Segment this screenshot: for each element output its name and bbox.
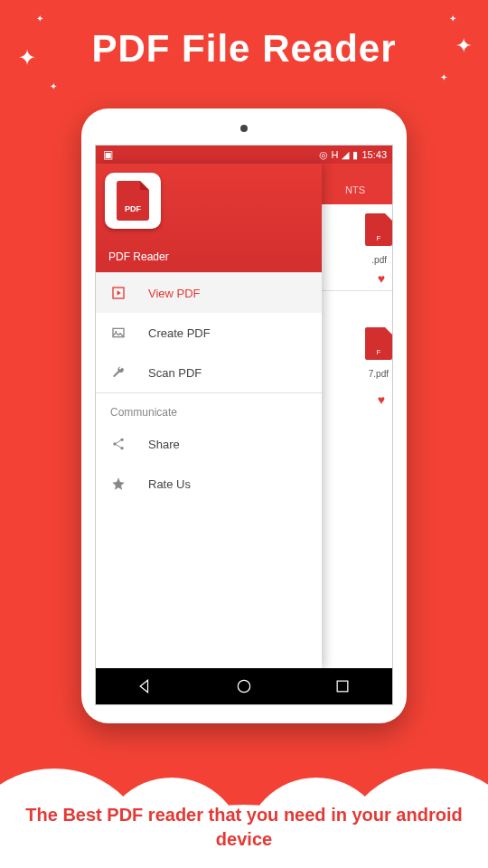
drawer-item-label: Scan PDF	[148, 366, 202, 380]
battery-icon: ▮	[352, 149, 358, 161]
tablet-frame: ▣ ◎ H ◢ ▮ 15:43 NTS F .pdf ♥ F 7.pdf ♥	[81, 108, 407, 723]
sparkle-icon: ✦	[455, 34, 472, 58]
sparkle-icon: ✦	[449, 14, 456, 24]
promo-subtitle: The Best PDF reader that you need in you…	[0, 803, 488, 852]
app-logo: PDF	[105, 173, 161, 229]
pdf-icon: PDF	[117, 181, 149, 221]
play-icon	[110, 286, 127, 300]
drawer-item-create-pdf[interactable]: Create PDF	[96, 313, 322, 353]
android-nav-bar	[96, 668, 392, 704]
sparkle-icon: ✦	[50, 81, 57, 91]
signal-icon: ◢	[342, 149, 349, 161]
image-icon	[110, 326, 127, 340]
sparkle-icon: ✦	[18, 45, 36, 71]
sparkle-icon: ✦	[36, 14, 43, 24]
heart-icon[interactable]: ♥	[378, 271, 385, 286]
tab-partial[interactable]: NTS	[345, 184, 365, 195]
drawer-title: PDF Reader	[108, 250, 169, 263]
device-screen: ▣ ◎ H ◢ ▮ 15:43 NTS F .pdf ♥ F 7.pdf ♥	[95, 145, 393, 705]
status-bar: ▣ ◎ H ◢ ▮ 15:43	[96, 146, 392, 164]
navigation-drawer: PDF PDF Reader View PDF Create PDF	[96, 164, 322, 668]
svg-point-4	[113, 442, 116, 445]
drawer-item-rate-us[interactable]: Rate Us	[96, 464, 322, 504]
file-name: .pdf	[371, 255, 387, 265]
share-icon	[110, 437, 127, 451]
sparkle-icon: ✦	[440, 72, 447, 82]
drawer-item-view-pdf[interactable]: View PDF	[96, 273, 322, 313]
drawer-item-scan-pdf[interactable]: Scan PDF	[96, 353, 322, 392]
svg-point-3	[120, 439, 123, 441]
svg-rect-7	[337, 681, 348, 692]
drawer-item-label: View PDF	[148, 287, 201, 300]
drawer-item-label: Rate Us	[148, 477, 191, 491]
back-button[interactable]	[136, 677, 155, 695]
tablet-camera	[240, 125, 248, 132]
star-icon	[110, 476, 127, 491]
pdf-file-icon: F	[365, 213, 392, 246]
heart-icon[interactable]: ♥	[378, 392, 385, 407]
file-name: 7.pdf	[369, 369, 389, 379]
cast-icon: ◎	[319, 149, 328, 161]
drawer-item-label: Create PDF	[148, 326, 211, 340]
home-button[interactable]	[235, 677, 253, 695]
pdf-file-icon: F	[365, 327, 392, 360]
drawer-header: PDF PDF Reader	[96, 164, 322, 272]
signal-label: H	[332, 149, 339, 160]
recent-apps-button[interactable]	[333, 677, 352, 695]
drawer-item-share[interactable]: Share	[96, 424, 322, 464]
drawer-section-label: Communicate	[96, 393, 322, 424]
svg-point-6	[238, 680, 249, 692]
notification-icon: ▣	[103, 148, 113, 161]
wrench-icon	[110, 365, 127, 380]
promo-title: PDF File Reader	[0, 0, 488, 71]
svg-point-5	[120, 447, 123, 449]
clock: 15:43	[361, 149, 387, 160]
drawer-item-label: Share	[148, 438, 180, 451]
